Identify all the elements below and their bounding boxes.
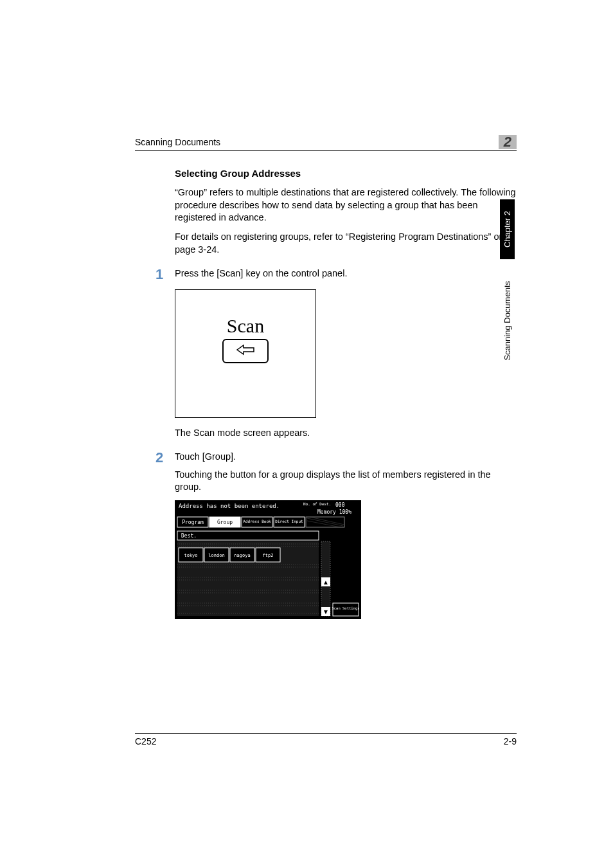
scan-key-figure: Scan: [175, 289, 316, 418]
side-tabs: Chapter 2 Scanning Documents: [500, 199, 517, 379]
paragraph-1: “Group” refers to multiple destinations …: [175, 186, 517, 224]
group-item-3: nagoya: [234, 553, 250, 558]
step-2-sub: Touching the button for a group displays…: [175, 469, 517, 494]
tab-direct-input: Direct Input: [275, 519, 303, 524]
section-heading: Selecting Group Addresses: [175, 167, 517, 180]
scan-key-label: Scan: [227, 313, 264, 339]
svg-rect-9: [177, 531, 319, 540]
scroll-down-icon: ▼: [323, 608, 329, 615]
side-tab-section: Scanning Documents: [500, 263, 515, 379]
screen-status: Address has not been entered.: [179, 503, 280, 509]
step-2: 2 Touch [Group]. Touching the button for…: [175, 451, 517, 619]
running-header: Scanning Documents 2: [135, 135, 517, 151]
footer-model: C252: [135, 736, 156, 746]
paragraph-2: For details on registering groups, refer…: [175, 231, 517, 256]
scan-arrow-icon: [236, 341, 255, 361]
step-2-text: Touch [Group].: [175, 451, 517, 464]
chapter-number: 2: [504, 134, 511, 150]
scroll-up-icon: ▲: [323, 579, 329, 586]
step-2-number: 2: [155, 451, 175, 619]
side-tab-chapter: Chapter 2: [500, 199, 515, 259]
screen-dest-count: 000: [335, 502, 345, 508]
step-1-number: 1: [155, 267, 175, 439]
screen-dest-label-bar: Dest.: [181, 533, 197, 539]
tab-program: Program: [182, 520, 204, 525]
screen-dest-label: No. of Dest.: [303, 502, 331, 506]
tab-address-book: Address Book: [243, 519, 271, 523]
chapter-number-box: 2: [499, 135, 517, 149]
running-header-text: Scanning Documents: [135, 137, 220, 147]
tab-disabled-hatch: [306, 517, 344, 527]
group-item-2: london: [208, 553, 224, 558]
scan-key-button: [222, 339, 269, 363]
main-content: Selecting Group Addresses “Group” refers…: [135, 167, 517, 619]
group-item-1: tokyo: [184, 553, 197, 558]
step-1: 1 Press the [Scan] key on the control pa…: [175, 267, 517, 439]
tab-group: Group: [217, 520, 233, 525]
scan-settings-btn: Scan Settings: [332, 606, 359, 611]
step-1-text: Press the [Scan] key on the control pane…: [175, 267, 517, 280]
screen-memory: Memory 100%: [317, 509, 351, 515]
touchscreen-figure: Address has not been entered. No. of Des…: [175, 500, 361, 619]
footer-page: 2-9: [504, 736, 517, 746]
group-item-4: ftp2: [263, 553, 274, 558]
page-footer: C252 2-9: [135, 733, 517, 746]
step-1-result: The Scan mode screen appears.: [175, 427, 517, 440]
